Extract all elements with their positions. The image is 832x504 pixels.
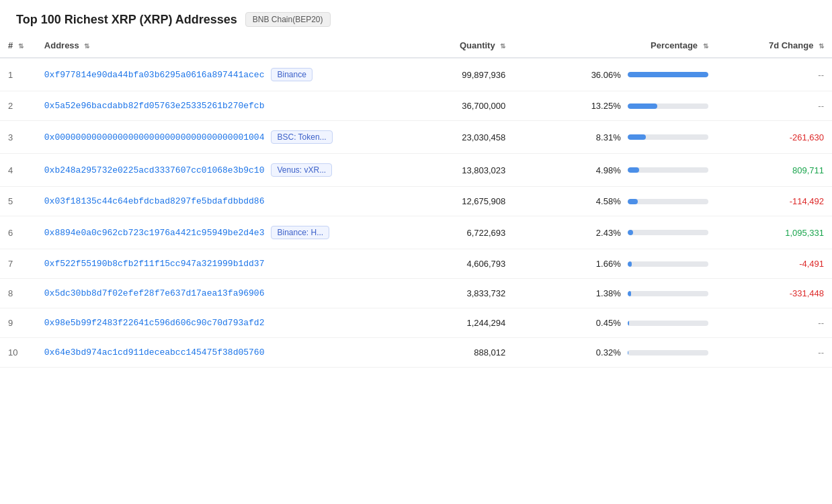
percentage-bar-wrapper [628,230,708,235]
cell-row-num: 1 [0,58,36,91]
address-label-badge[interactable]: Venus: vXR... [271,163,332,177]
address-link[interactable]: 0x5a52e96bacdabb82fd05763e25335261b270ef… [44,101,265,111]
cell-percentage: 1.38% [513,279,716,308]
percentage-bar-fill [628,350,628,355]
percentage-bar-fill [628,134,647,140]
richest-addresses-table: # ⇅ Address ⇅ Quantity ⇅ Percentage ⇅ 7d… [0,34,832,368]
col-header-num[interactable]: # ⇅ [0,34,36,58]
address-link[interactable]: 0x03f18135c44c64ebfdcbad8297fe5bdafdbbdd… [44,196,265,206]
cell-7d-change: -- [716,338,832,368]
address-link[interactable]: 0xf522f55190b8cfb2f11f15cc947a321999b1dd… [44,259,265,269]
cell-7d-change: -- [716,58,832,91]
col-header-address[interactable]: Address ⇅ [36,34,398,58]
table-row: 70xf522f55190b8cfb2f11f15cc947a321999b1d… [0,249,832,279]
address-link[interactable]: 0x98e5b99f2483f22641c596d606c90c70d793af… [44,318,265,328]
cell-quantity: 1,244,294 [398,308,513,338]
cell-address: 0x64e3bd974ac1cd911deceabcc145475f38d057… [36,338,398,368]
cell-row-num: 6 [0,216,36,249]
percentage-text: 0.32% [587,347,621,358]
percentage-bar-wrapper [628,103,708,109]
table-row: 60x8894e0a0c962cb723c1976a4421c95949be2d… [0,216,832,249]
cell-address: 0x98e5b99f2483f22641c596d606c90c70d793af… [36,308,398,338]
table-header-row: # ⇅ Address ⇅ Quantity ⇅ Percentage ⇅ 7d… [0,34,832,58]
table-row: 30x0000000000000000000000000000000000001… [0,121,832,154]
cell-row-num: 5 [0,187,36,216]
cell-row-num: 4 [0,154,36,187]
percentage-text: 36.06% [587,70,621,80]
address-link[interactable]: 0x8894e0a0c962cb723c1976a4421c95949be2d4… [44,228,265,238]
col-header-percentage[interactable]: Percentage ⇅ [513,34,716,58]
cell-7d-change: -- [716,308,832,338]
cell-address: 0x5dc30bb8d7f02efef28f7e637d17aea13fa969… [36,279,398,308]
cell-percentage: 1.66% [513,249,716,279]
percentage-text: 4.58% [587,196,621,206]
percentage-bar-fill [628,199,638,204]
percentage-bar-fill [628,291,631,296]
percentage-bar-fill [628,230,633,235]
page-title: Top 100 Richest XRP (XRP) Addresses [16,13,237,27]
cell-quantity: 23,030,458 [398,121,513,154]
cell-quantity: 888,012 [398,338,513,368]
cell-7d-change: -4,491 [716,249,832,279]
percentage-bar-wrapper [628,167,708,173]
cell-7d-change: -261,630 [716,121,832,154]
address-link[interactable]: 0x5dc30bb8d7f02efef28f7e637d17aea13fa969… [44,288,265,298]
sort-icon-percentage: ⇅ [703,42,708,50]
chain-badge: BNB Chain(BEP20) [245,12,331,27]
percentage-text: 4.98% [587,165,621,175]
percentage-text: 8.31% [587,132,621,142]
cell-address: 0x5a52e96bacdabb82fd05763e25335261b270ef… [36,91,398,121]
cell-7d-change: -331,448 [716,279,832,308]
cell-7d-change: -114,492 [716,187,832,216]
address-label-badge[interactable]: Binance: H... [271,226,329,239]
address-link[interactable]: 0x64e3bd974ac1cd911deceabcc145475f38d057… [44,347,265,358]
percentage-bar-fill [628,261,632,267]
percentage-bar-wrapper [628,199,708,204]
cell-percentage: 0.45% [513,308,716,338]
cell-quantity: 36,700,000 [398,91,513,121]
table-row: 90x98e5b99f2483f22641c596d606c90c70d793a… [0,308,832,338]
col-header-quantity[interactable]: Quantity ⇅ [398,34,513,58]
percentage-text: 1.38% [587,288,621,298]
cell-percentage: 4.58% [513,187,716,216]
sort-icon-quantity: ⇅ [500,42,505,50]
address-link[interactable]: 0xb248a295732e0225acd3337607cc01068e3b9c… [44,165,265,175]
cell-address: 0xf977814e90da44bfa03b6295a0616a897441ac… [36,58,398,91]
cell-quantity: 12,675,908 [398,187,513,216]
sort-icon-num: ⇅ [18,42,24,50]
percentage-bar-wrapper [628,72,708,77]
col-header-change[interactable]: 7d Change ⇅ [716,34,832,58]
cell-percentage: 8.31% [513,121,716,154]
percentage-text: 0.45% [587,318,621,328]
percentage-bar-wrapper [628,321,708,326]
cell-percentage: 4.98% [513,154,716,187]
cell-address: 0x8894e0a0c962cb723c1976a4421c95949be2d4… [36,216,398,249]
cell-row-num: 8 [0,279,36,308]
address-label-badge[interactable]: Binance [271,68,312,81]
cell-row-num: 2 [0,91,36,121]
cell-row-num: 3 [0,121,36,154]
cell-quantity: 99,897,936 [398,58,513,91]
percentage-bar-fill [628,167,639,173]
cell-percentage: 36.06% [513,58,716,91]
cell-quantity: 3,833,732 [398,279,513,308]
percentage-bar-wrapper [628,261,708,267]
cell-quantity: 13,803,023 [398,154,513,187]
cell-quantity: 4,606,793 [398,249,513,279]
address-link[interactable]: 0x00000000000000000000000000000000000010… [44,132,265,142]
percentage-bar-fill [628,103,657,109]
cell-percentage: 2.43% [513,216,716,249]
cell-7d-change: 809,711 [716,154,832,187]
percentage-bar-wrapper [628,350,708,355]
percentage-text: 2.43% [587,228,621,238]
table-row: 40xb248a295732e0225acd3337607cc01068e3b9… [0,154,832,187]
percentage-bar-fill [628,72,708,77]
cell-row-num: 10 [0,338,36,368]
table-row: 50x03f18135c44c64ebfdcbad8297fe5bdafdbbd… [0,187,832,216]
cell-7d-change: -- [716,91,832,121]
address-link[interactable]: 0xf977814e90da44bfa03b6295a0616a897441ac… [44,70,265,80]
table-row: 100x64e3bd974ac1cd911deceabcc145475f38d0… [0,338,832,368]
cell-row-num: 9 [0,308,36,338]
address-label-badge[interactable]: BSC: Token... [271,130,332,144]
cell-7d-change: 1,095,331 [716,216,832,249]
